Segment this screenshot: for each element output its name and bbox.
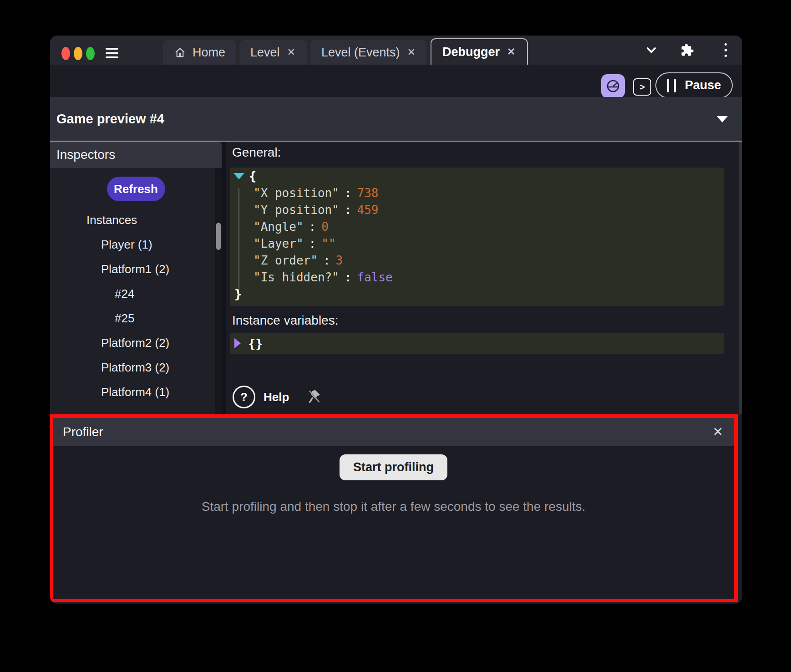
refresh-button[interactable]: Refresh — [107, 177, 165, 201]
inspectors-body: Refresh Instances Player (1) Platform1 (… — [50, 168, 222, 414]
tab-level-events[interactable]: Level (Events) ✕ — [310, 40, 427, 65]
tab-bar: Home Level ✕ Level (Events) ✕ Debugger ✕ — [50, 36, 742, 65]
json-close-row: } — [230, 285, 724, 302]
instance-variables-viewer: {} — [230, 333, 724, 354]
help-row: ? Help — [233, 386, 321, 408]
close-icon[interactable]: ✕ — [506, 46, 516, 58]
inspectors-sidebar: Inspectors Refresh Instances Player (1) … — [50, 142, 222, 414]
pause-label: Pause — [685, 78, 721, 92]
tree-item-label: Platform3 (2) — [101, 361, 169, 375]
json-property-row: "Layer" : "" — [230, 235, 724, 252]
maximize-window-button[interactable] — [86, 47, 95, 60]
json-colon: : — [323, 254, 330, 267]
json-root-row[interactable]: { — [230, 168, 724, 184]
traffic-lights — [61, 47, 95, 60]
tab-label: Level (Events) — [321, 46, 400, 60]
menu-icon[interactable] — [106, 48, 118, 61]
json-value: 3 — [336, 254, 343, 267]
inspector-detail-panel: General: { "X position" : 738 "Y positio… — [226, 142, 742, 414]
list-item[interactable]: Player (1) — [50, 232, 222, 257]
profiler-title: Profiler — [63, 425, 103, 439]
minimize-window-button[interactable] — [74, 47, 82, 60]
profiler-header: Profiler ✕ — [53, 418, 734, 446]
profiler-close-icon[interactable]: ✕ — [713, 426, 723, 438]
tree-item-label: Platform4 (1) — [101, 385, 169, 399]
list-item[interactable]: Instances — [50, 208, 222, 232]
json-property-row: "Is hidden?" : false — [230, 269, 724, 285]
detail-panel-scrollbar[interactable] — [739, 142, 742, 414]
list-item[interactable]: #25 — [50, 306, 222, 331]
close-window-button[interactable] — [61, 47, 70, 60]
game-preview-title: Game preview #4 — [56, 112, 164, 127]
close-icon[interactable]: ✕ — [286, 46, 296, 58]
tree-item-label: Platform1 (2) — [101, 262, 169, 276]
pause-button[interactable]: Pause — [655, 72, 733, 98]
json-key: "Is hidden?" — [254, 270, 339, 284]
inspectors-header: Inspectors — [50, 142, 222, 168]
more-options-kebab-icon[interactable] — [725, 36, 727, 65]
caret-down-icon[interactable] — [717, 116, 728, 122]
pause-icon — [667, 79, 676, 92]
json-value: 459 — [357, 203, 379, 217]
game-preview-header[interactable]: Game preview #4 — [50, 97, 742, 141]
json-property-row: "X position" : 738 — [230, 184, 724, 201]
panel-divider — [222, 142, 226, 414]
tab-level[interactable]: Level ✕ — [239, 40, 307, 65]
instance-variables-label: Instance variables: — [232, 313, 338, 328]
console-button[interactable]: > — [633, 78, 651, 96]
collapse-triangle-icon[interactable] — [233, 173, 244, 179]
json-key: "X position" — [254, 186, 339, 200]
start-profiling-button[interactable]: Start profiling — [340, 454, 447, 480]
close-icon[interactable]: ✕ — [406, 46, 416, 58]
tree-item-label: Instances — [86, 213, 137, 227]
json-property-row: "Z order" : 3 — [230, 252, 724, 269]
help-question-icon[interactable]: ? — [233, 386, 255, 408]
profiler-body: Start profiling Start profiling and then… — [53, 446, 734, 599]
list-item[interactable]: #24 — [50, 281, 222, 306]
tab-label: Home — [193, 46, 225, 60]
profiler-caption: Start profiling and then stop it after a… — [53, 499, 734, 514]
tab-strip: Home Level ✕ Level (Events) ✕ Debugger ✕ — [163, 38, 528, 65]
debugger-toolbar: > Pause — [50, 65, 742, 97]
empty-object-value: {} — [248, 336, 263, 351]
profiler-speedometer-button[interactable] — [601, 74, 625, 98]
open-brace: { — [249, 169, 256, 183]
json-key: "Layer" — [254, 237, 304, 250]
profiler-panel: Profiler ✕ Start profiling Start profili… — [50, 414, 738, 602]
json-property-row: "Y position" : 459 — [230, 201, 724, 218]
json-colon: : — [345, 270, 352, 284]
json-colon: : — [345, 186, 352, 200]
content-area: Inspectors Refresh Instances Player (1) … — [50, 142, 742, 414]
tab-debugger[interactable]: Debugger ✕ — [431, 38, 528, 65]
chevron-down-icon[interactable] — [645, 36, 658, 65]
sidebar-scrollbar[interactable] — [215, 168, 222, 414]
json-value: false — [357, 270, 393, 284]
general-section-label: General: — [232, 145, 281, 160]
json-key: "Y position" — [254, 203, 339, 217]
json-value: 0 — [321, 220, 329, 234]
inspectors-title: Inspectors — [56, 148, 115, 162]
tab-label: Debugger — [442, 45, 500, 59]
json-colon: : — [309, 220, 316, 234]
instances-tree: Instances Player (1) Platform1 (2) #24 #… — [50, 208, 222, 404]
sidebar-scrollbar-thumb[interactable] — [216, 223, 221, 250]
json-colon: : — [309, 237, 316, 250]
tree-item-label: #25 — [115, 311, 134, 326]
list-item[interactable]: Platform4 (1) — [50, 380, 222, 404]
tab-home[interactable]: Home — [163, 40, 236, 65]
json-colon: : — [345, 203, 352, 217]
json-key: "Angle" — [254, 220, 304, 234]
help-label[interactable]: Help — [264, 390, 289, 404]
tree-item-label: Platform2 (2) — [101, 336, 169, 350]
json-value: "" — [321, 237, 335, 250]
json-value: 738 — [357, 186, 379, 200]
json-property-row: "Angle" : 0 — [230, 218, 724, 235]
list-item[interactable]: Platform3 (2) — [50, 355, 222, 380]
extensions-puzzle-icon[interactable] — [680, 36, 694, 65]
unpin-icon[interactable] — [307, 389, 321, 405]
expand-triangle-icon[interactable] — [234, 338, 241, 348]
list-item[interactable]: Platform2 (2) — [50, 331, 222, 355]
list-item[interactable]: Platform1 (2) — [50, 257, 222, 281]
home-icon — [174, 46, 186, 59]
tree-item-label: Player (1) — [101, 238, 152, 252]
